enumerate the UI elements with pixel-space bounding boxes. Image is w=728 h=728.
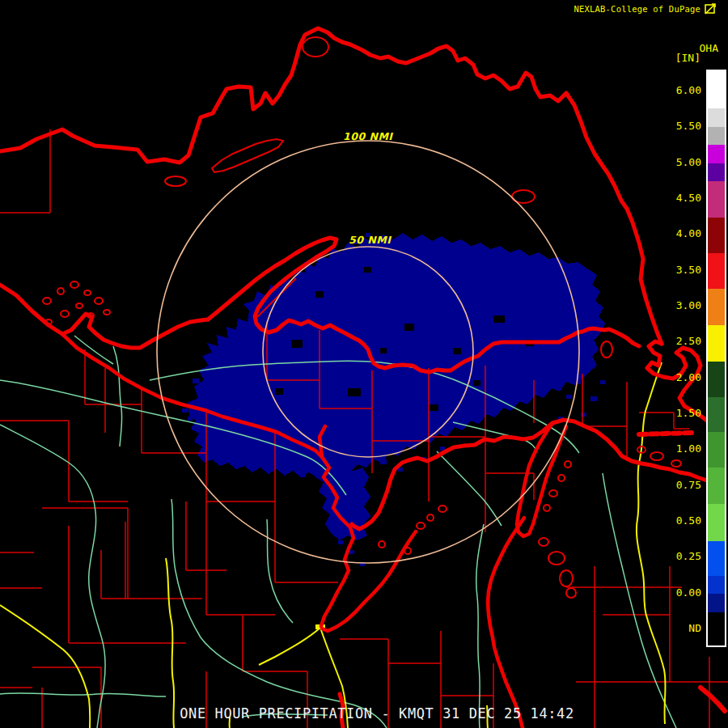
- precip-color-scale: [706, 70, 726, 647]
- product-units-label: [IN]: [675, 52, 700, 64]
- scale-color-segment: [708, 145, 725, 163]
- scale-color-segment: [708, 362, 725, 397]
- scale-color-segment: [708, 163, 725, 181]
- scale-color-segment: [708, 108, 725, 127]
- range-ring-label-50nmi: 50 NMI: [349, 234, 391, 246]
- scale-color-segment: [708, 504, 725, 541]
- scale-tick-label: 1.00: [676, 442, 701, 455]
- scale-tick-label: 4.00: [676, 227, 701, 240]
- scale-tick-label: 3.00: [676, 299, 701, 312]
- scale-color-segment: [708, 432, 725, 468]
- scale-tick-label: 0.50: [676, 514, 701, 527]
- scale-color-segment: [708, 541, 725, 576]
- radar-map-canvas: [0, 0, 728, 728]
- scale-color-segment: [708, 181, 725, 218]
- scale-tick-label: 2.50: [676, 335, 701, 348]
- product-code-label: OHA: [700, 42, 718, 54]
- flag-icon: [704, 2, 717, 16]
- scale-tick-label: 0.75: [676, 479, 701, 492]
- scale-tick-label: 3.50: [676, 264, 701, 277]
- range-ring-label-100nmi: 100 NMI: [343, 130, 393, 142]
- radar-product-viewer: NEXLAB-College of DuPage OHA [IN] 6.005.…: [0, 0, 728, 728]
- scale-color-segment: [708, 253, 725, 289]
- scale-tick-label: 4.50: [676, 192, 701, 205]
- scale-tick-label: ND: [688, 622, 701, 635]
- scale-tick-label: 5.50: [676, 120, 701, 133]
- scale-color-segment: [708, 218, 725, 253]
- scale-color-segment: [708, 289, 725, 325]
- scale-tick-label: 0.00: [676, 586, 701, 599]
- product-caption: ONE HOUR PRECIPITATION - KMQT 31 DEC 25 …: [180, 705, 574, 722]
- scale-color-segment: [708, 576, 725, 594]
- scale-color-segment: [708, 397, 725, 432]
- scale-tick-label: 2.00: [676, 371, 701, 384]
- scale-tick-label: 5.00: [676, 156, 701, 169]
- scale-color-segment: [708, 325, 725, 362]
- scale-tick-label: 0.25: [676, 550, 701, 563]
- scale-color-segment: [708, 468, 725, 504]
- scale-tick-label: 6.00: [676, 84, 701, 97]
- scale-color-segment: [708, 594, 725, 612]
- precipitation-layer: [182, 233, 605, 566]
- scale-tick-label: 1.50: [676, 407, 701, 420]
- scale-color-segment: [708, 612, 725, 645]
- scale-color-segment: [708, 71, 725, 108]
- scale-color-segment: [708, 127, 725, 145]
- header-brand: NEXLAB-College of DuPage: [574, 4, 700, 14]
